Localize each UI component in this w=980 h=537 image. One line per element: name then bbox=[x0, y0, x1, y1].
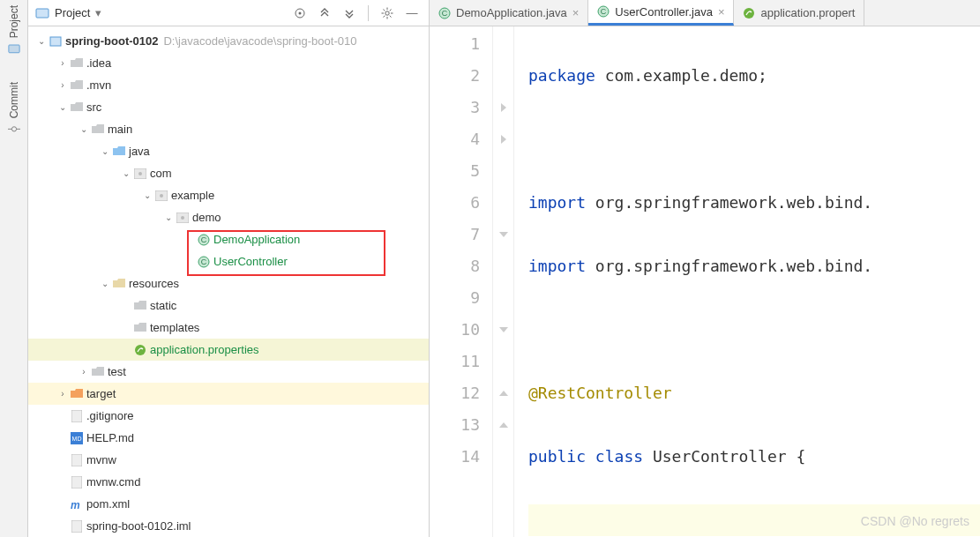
project-panel-header: Project ▾ — bbox=[28, 0, 429, 26]
tree-node-com[interactable]: ⌄com bbox=[28, 162, 429, 184]
svg-point-20 bbox=[160, 194, 163, 198]
editor-area: C DemoApplication.java × C UserControlle… bbox=[430, 0, 980, 537]
tab-label: application.propert bbox=[760, 6, 855, 19]
project-panel: Project ▾ — ⌄ spring-boot-0102 D:\javaco… bbox=[28, 0, 430, 537]
chevron-down-icon[interactable]: ⌄ bbox=[35, 36, 48, 46]
fold-marker-icon[interactable] bbox=[493, 123, 513, 155]
module-icon bbox=[48, 35, 64, 48]
file-icon bbox=[69, 410, 85, 422]
tree-node-target[interactable]: ›target bbox=[28, 383, 429, 405]
tree-node-idea[interactable]: ›.idea bbox=[28, 52, 429, 74]
chevron-right-icon[interactable]: › bbox=[78, 367, 90, 377]
tree-node-iml[interactable]: spring-boot-0102.iml bbox=[28, 515, 429, 537]
marker-column bbox=[493, 26, 514, 537]
svg-line-15 bbox=[384, 15, 385, 17]
tree-node-static[interactable]: static bbox=[28, 295, 429, 317]
tree-root[interactable]: ⌄ spring-boot-0102 D:\javacode\javacode\… bbox=[28, 30, 429, 52]
tree-node-mvn[interactable]: ›.mvn bbox=[28, 74, 429, 96]
folder-icon bbox=[69, 102, 85, 113]
tree-node-appprops[interactable]: application.properties bbox=[28, 339, 429, 361]
chevron-right-icon[interactable]: › bbox=[56, 80, 69, 90]
file-icon bbox=[69, 454, 85, 466]
tree-node-java[interactable]: ⌄java bbox=[28, 140, 429, 162]
chevron-down-icon[interactable]: ⌄ bbox=[141, 190, 153, 200]
tree-node-help[interactable]: MDHELP.md bbox=[28, 427, 429, 449]
collapse-all-button[interactable] bbox=[340, 4, 359, 23]
expand-all-button[interactable] bbox=[315, 4, 334, 23]
file-icon bbox=[69, 520, 85, 533]
folder-icon bbox=[69, 58, 85, 69]
folder-icon bbox=[90, 124, 106, 135]
class-icon: C bbox=[597, 5, 610, 18]
source-folder-icon bbox=[111, 146, 127, 157]
chevron-down-icon[interactable]: ⌄ bbox=[99, 146, 111, 156]
tree-node-templates[interactable]: templates bbox=[28, 317, 429, 339]
tab-appprops[interactable]: application.propert bbox=[734, 0, 864, 26]
spring-icon bbox=[132, 344, 148, 356]
tree-node-pom[interactable]: mpom.xml bbox=[28, 493, 429, 515]
fold-close-icon[interactable] bbox=[493, 409, 513, 441]
tree-node-mvnwcmd[interactable]: mvnw.cmd bbox=[28, 471, 429, 493]
tree-node-demoapp[interactable]: CDemoApplication bbox=[28, 228, 429, 250]
fold-open-icon[interactable] bbox=[493, 219, 513, 250]
folder-icon bbox=[69, 80, 85, 91]
file-icon bbox=[69, 476, 85, 489]
tab-userctrl[interactable]: C UserController.java × bbox=[588, 0, 734, 26]
chevron-down-icon[interactable]: ▾ bbox=[95, 6, 101, 19]
tree-root-path: D:\javacode\javacode\spring-boot-010 bbox=[163, 34, 356, 48]
chevron-down-icon[interactable]: ⌄ bbox=[78, 124, 90, 134]
code-content[interactable]: package com.example.demo; import org.spr… bbox=[514, 26, 980, 537]
package-icon bbox=[153, 190, 169, 201]
tree-node-resources[interactable]: ⌄resources bbox=[28, 272, 429, 295]
project-icon bbox=[7, 41, 21, 56]
code-editor[interactable]: 1 2 3 4 5 6 7 8 9 10 11 12 13 14 bbox=[430, 26, 980, 537]
svg-text:C: C bbox=[201, 235, 207, 244]
fold-marker-icon[interactable] bbox=[493, 92, 513, 123]
gear-icon[interactable] bbox=[378, 4, 397, 23]
editor-tab-bar: C DemoApplication.java × C UserControlle… bbox=[430, 0, 980, 26]
chevron-down-icon[interactable]: ⌄ bbox=[162, 213, 175, 222]
class-icon: C bbox=[438, 7, 451, 19]
project-header-icon bbox=[35, 6, 49, 20]
class-icon: C bbox=[196, 256, 212, 268]
target-folder-icon bbox=[69, 389, 85, 399]
chevron-down-icon[interactable]: ⌄ bbox=[56, 102, 69, 112]
tree-node-demo[interactable]: ⌄demo bbox=[28, 206, 429, 228]
tree-node-main[interactable]: ⌄main bbox=[28, 118, 429, 140]
tree-node-example[interactable]: ⌄example bbox=[28, 184, 429, 206]
tree-node-gitignore[interactable]: .gitignore bbox=[28, 405, 429, 427]
tree-node-test[interactable]: ›test bbox=[28, 361, 429, 383]
svg-text:C: C bbox=[442, 9, 448, 18]
tree-node-mvnw[interactable]: mvnw bbox=[28, 449, 429, 471]
locate-button[interactable] bbox=[290, 4, 310, 23]
fold-open-icon[interactable] bbox=[493, 314, 513, 346]
project-tree[interactable]: ⌄ spring-boot-0102 D:\javacode\javacode\… bbox=[28, 26, 429, 537]
fold-close-icon[interactable] bbox=[493, 377, 513, 409]
left-tool-strip: Project Commit bbox=[0, 0, 28, 537]
spring-icon bbox=[743, 7, 755, 19]
chevron-right-icon[interactable]: › bbox=[56, 58, 69, 68]
hide-panel-button[interactable]: — bbox=[402, 4, 422, 23]
resources-folder-icon bbox=[111, 279, 127, 289]
toolstrip-project[interactable]: Project bbox=[7, 5, 21, 56]
package-icon bbox=[132, 168, 148, 179]
tree-node-userctrl[interactable]: CUserController bbox=[28, 250, 429, 272]
svg-point-27 bbox=[135, 345, 146, 355]
toolstrip-commit[interactable]: Commit bbox=[7, 82, 21, 136]
tab-demoapp[interactable]: C DemoApplication.java × bbox=[430, 0, 588, 26]
svg-rect-16 bbox=[50, 37, 61, 46]
svg-rect-32 bbox=[71, 476, 82, 489]
folder-icon bbox=[132, 323, 148, 333]
chevron-right-icon[interactable]: › bbox=[56, 389, 69, 399]
svg-text:m: m bbox=[71, 499, 80, 511]
svg-line-13 bbox=[390, 15, 392, 17]
gutter: 1 2 3 4 5 6 7 8 9 10 11 12 13 14 bbox=[430, 26, 493, 537]
close-icon[interactable]: × bbox=[572, 6, 580, 19]
close-icon[interactable]: × bbox=[718, 5, 725, 19]
svg-text:C: C bbox=[201, 257, 207, 266]
chevron-down-icon[interactable]: ⌄ bbox=[99, 279, 111, 288]
tab-label: DemoApplication.java bbox=[456, 6, 567, 19]
tree-node-src[interactable]: ⌄src bbox=[28, 96, 429, 118]
chevron-down-icon[interactable]: ⌄ bbox=[120, 168, 132, 178]
class-icon: C bbox=[196, 234, 212, 246]
